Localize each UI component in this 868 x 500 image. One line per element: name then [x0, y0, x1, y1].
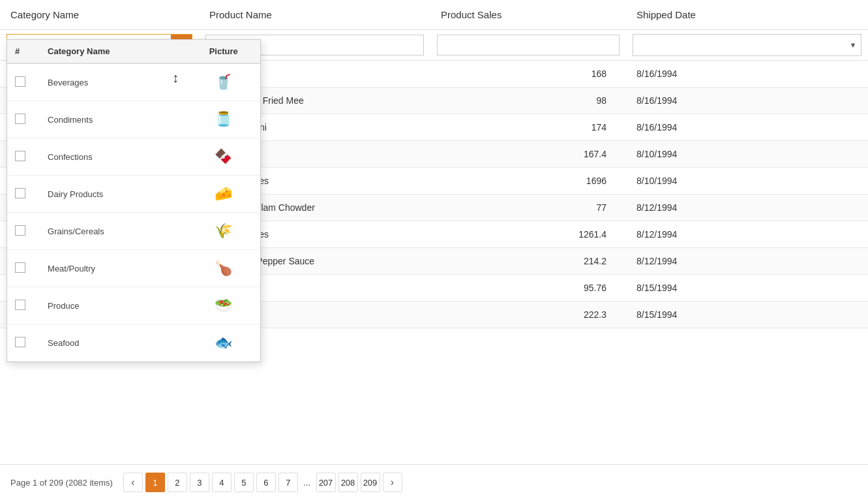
row-shipped: 8/16/1994 [626, 61, 868, 87]
row-sales: 214.2 [430, 248, 626, 275]
dropdown-item-checkbox[interactable] [7, 287, 40, 324]
category-picture-icon: 🥗 [204, 292, 243, 319]
row-sales: 98 [430, 87, 626, 114]
row-shipped: 8/15/1994 [626, 302, 868, 328]
dropdown-list-item[interactable]: Condiments 🫙 [7, 101, 260, 138]
checkbox-icon[interactable] [15, 114, 25, 124]
checkbox-icon[interactable] [15, 300, 25, 310]
dropdown-list-item[interactable]: Grains/Cereals 🌾 [7, 213, 260, 250]
prev-page-btn[interactable]: ‹ [123, 473, 143, 492]
filter-shipped-cell: ▼ [626, 30, 868, 61]
category-picture-icon: 🍗 [204, 255, 243, 281]
row-shipped: 8/15/1994 [626, 275, 868, 302]
header-sales: Product Sales [430, 0, 626, 30]
row-shipped: 8/12/1994 [626, 248, 868, 275]
dropdown-item-checkbox[interactable] [7, 213, 40, 250]
row-shipped: 8/10/1994 [626, 141, 868, 168]
dropdown-item-name: Produce [40, 287, 187, 324]
page-btn-3[interactable]: 3 [190, 473, 209, 492]
dropdown-list-item[interactable]: Confections 🍫 [7, 138, 260, 176]
category-picture-icon: 🥤 [204, 69, 243, 95]
row-sales: 222.3 [430, 302, 626, 328]
page-btn-6[interactable]: 6 [256, 473, 276, 492]
filter-shipped-wrapper: ▼ [633, 34, 861, 56]
dropdown-item-pic: 🍫 [187, 138, 260, 176]
page-btn-207[interactable]: 207 [316, 473, 336, 492]
header-shipped: Shipped Date [626, 0, 868, 30]
dropdown-item-name: Condiments [40, 101, 187, 138]
dropdown-item-checkbox[interactable] [7, 138, 40, 176]
row-shipped: 8/12/1994 [626, 221, 868, 248]
dropdown-item-checkbox[interactable] [7, 250, 40, 287]
dropdown-item-checkbox[interactable] [7, 324, 40, 362]
dropdown-item-pic: 🐟 [187, 324, 260, 362]
category-picture-icon: 🫙 [204, 106, 243, 133]
dropdown-header-num: # [7, 40, 40, 63]
dropdown-item-name: Confections [40, 138, 187, 176]
dropdown-list-item[interactable]: Meat/Poultry 🍗 [7, 250, 260, 287]
dropdown-header-name: Category Name [40, 40, 187, 63]
category-dropdown-table: # Category Name Picture Beverages 🥤 Cond… [7, 40, 260, 362]
checkbox-icon[interactable] [15, 151, 25, 161]
dropdown-item-name: Beverages [40, 63, 187, 101]
dropdown-item-checkbox[interactable] [7, 101, 40, 138]
dropdown-item-pic: 🧀 [187, 176, 260, 213]
dropdown-item-name: Seafood [40, 324, 187, 362]
row-sales: 174 [430, 114, 626, 141]
dropdown-item-pic: 🫙 [187, 101, 260, 138]
checkbox-icon[interactable] [15, 188, 25, 198]
dropdown-item-pic: 🥤 [187, 63, 260, 101]
main-wrapper: Category Name Product Name Product Sales… [0, 0, 868, 500]
checkbox-icon[interactable] [15, 337, 25, 347]
category-picture-icon: 🧀 [204, 181, 243, 207]
dropdown-item-pic: 🥗 [187, 287, 260, 324]
category-dropdown-overlay: # Category Name Picture Beverages 🥤 Cond… [7, 39, 261, 362]
checkbox-icon[interactable] [15, 76, 25, 87]
dropdown-list-item[interactable]: Seafood 🐟 [7, 324, 260, 362]
page-btn-7[interactable]: 7 [278, 473, 298, 492]
row-sales: 1696 [430, 168, 626, 195]
row-shipped: 8/10/1994 [626, 168, 868, 195]
dropdown-item-pic: 🍗 [187, 250, 260, 287]
page-btn-5[interactable]: 5 [234, 473, 254, 492]
header-product: Product Name [199, 0, 430, 30]
page-ellipsis: ... [301, 477, 314, 488]
pagination-bar: Page 1 of 209 (2082 items) ‹ 1 2 3 4 5 6… [0, 464, 868, 500]
filter-sales-input[interactable] [437, 35, 620, 55]
dropdown-item-pic: 🌾 [187, 213, 260, 250]
page-btn-4[interactable]: 4 [212, 473, 232, 492]
row-sales: 168 [430, 61, 626, 87]
row-sales: 95.76 [430, 275, 626, 302]
row-sales: 167.4 [430, 141, 626, 168]
row-sales: 1261.4 [430, 221, 626, 248]
filter-sales-cell [430, 30, 626, 61]
dropdown-item-name: Meat/Poultry [40, 250, 187, 287]
dropdown-item-checkbox[interactable] [7, 63, 40, 101]
row-shipped: 8/16/1994 [626, 87, 868, 114]
filter-shipped-dropdown-btn[interactable]: ▼ [845, 35, 861, 55]
page-info: Page 1 of 209 (2082 items) [10, 478, 113, 488]
page-btn-209[interactable]: 209 [361, 473, 380, 492]
page-btn-1[interactable]: 1 [145, 473, 165, 492]
dropdown-list-item[interactable]: Beverages 🥤 [7, 63, 260, 101]
category-picture-icon: 🐟 [204, 330, 243, 356]
category-picture-icon: 🍫 [204, 144, 243, 170]
row-shipped: 8/16/1994 [626, 114, 868, 141]
dropdown-header-pic: Picture [187, 40, 260, 63]
dropdown-list-item[interactable]: Produce 🥗 [7, 287, 260, 324]
dropdown-item-name: Grains/Cereals [40, 213, 187, 250]
header-category: Category Name [0, 0, 199, 30]
page-btn-208[interactable]: 208 [338, 473, 358, 492]
dropdown-list-item[interactable]: Dairy Products 🧀 [7, 176, 260, 213]
checkbox-icon[interactable] [15, 225, 25, 236]
next-page-btn[interactable]: › [383, 473, 402, 492]
row-shipped: 8/12/1994 [626, 195, 868, 221]
checkbox-icon[interactable] [15, 262, 25, 273]
dropdown-item-checkbox[interactable] [7, 176, 40, 213]
page-btn-2[interactable]: 2 [168, 473, 187, 492]
dropdown-item-name: Dairy Products [40, 176, 187, 213]
category-picture-icon: 🌾 [204, 218, 243, 244]
row-sales: 77 [430, 195, 626, 221]
filter-shipped-input[interactable] [633, 35, 845, 55]
